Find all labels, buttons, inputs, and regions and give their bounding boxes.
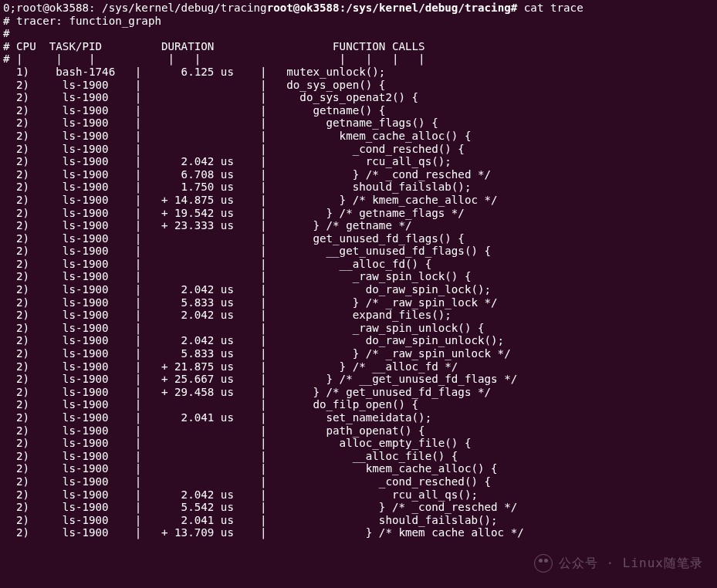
terminal-title-hint: 0;root@ok3588: /sys/kernel/debug/tracing	[3, 2, 267, 14]
shell-prompt: root@ok3588:/sys/kernel/debug/tracing#	[267, 2, 518, 14]
trace-body: 1) bash-1746 | 6.125 us | mutex_unlock()…	[3, 66, 524, 539]
terminal-output[interactable]: 0;root@ok3588: /sys/kernel/debug/tracing…	[0, 0, 717, 588]
prompt-line: 0;root@ok3588: /sys/kernel/debug/tracing…	[3, 2, 714, 15]
command-text: cat trace	[524, 2, 583, 14]
trace-header: # tracer: function_graph # # CPU TASK/PI…	[3, 15, 425, 66]
